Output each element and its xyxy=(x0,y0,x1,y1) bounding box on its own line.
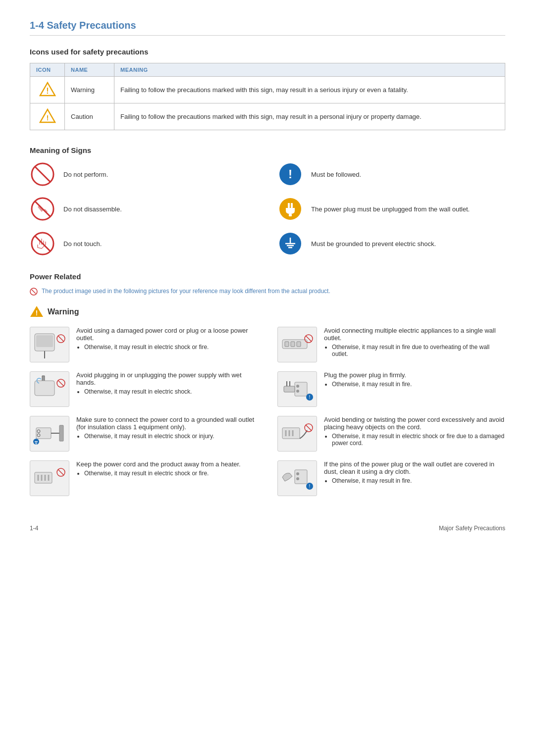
notice-text: The product image used in the following … xyxy=(30,288,505,296)
damaged-cord-svg xyxy=(32,329,67,361)
warning-content-plug-firmly: Plug the power plug in firmly. Otherwise… xyxy=(324,371,505,389)
warning-main-text: Avoid plugging in or unplugging the powe… xyxy=(76,371,258,386)
warning-triangle-icon: ! xyxy=(39,82,56,97)
warning-main-text: Avoid connecting multiple electric appli… xyxy=(324,327,505,342)
svg-rect-59 xyxy=(284,386,295,392)
col-meaning: MEANING xyxy=(114,63,505,77)
svg-rect-14 xyxy=(289,214,292,216)
dust-image: ! xyxy=(277,460,317,496)
warning-content-damaged-cord: Avoid using a damaged power cord or plug… xyxy=(76,327,258,352)
dust-svg: ! xyxy=(280,462,315,495)
sign-item-no-touch: Do not touch. xyxy=(30,231,258,256)
svg-point-72 xyxy=(296,477,299,480)
plug-firmly-image: ! xyxy=(277,371,317,407)
svg-text:!: ! xyxy=(36,309,38,317)
col-icon: ICON xyxy=(30,63,65,77)
svg-line-33 xyxy=(58,380,64,386)
warning-name: Warning xyxy=(65,77,114,103)
warning-item-wet-hands: Avoid plugging in or unplugging the powe… xyxy=(30,371,258,407)
svg-rect-12 xyxy=(288,203,290,208)
ground-icon xyxy=(277,231,303,256)
warning-bullets: Otherwise, it may result in electric sho… xyxy=(84,433,258,440)
warning-content-wet-hands: Avoid plugging in or unplugging the powe… xyxy=(76,371,258,396)
power-related-section: Power Related The product image used in … xyxy=(30,272,505,505)
svg-rect-13 xyxy=(291,203,293,208)
warning-bullet: Otherwise, it may result in electric sho… xyxy=(84,433,258,440)
svg-rect-64 xyxy=(282,428,300,439)
warning-bullets: Otherwise, it may result in fire. xyxy=(332,381,505,388)
warning-bullet: Otherwise, it may result in electric sho… xyxy=(84,388,258,395)
svg-line-16 xyxy=(35,236,51,252)
warning-bullets: Otherwise, it may result in electric sho… xyxy=(84,470,258,477)
warning-content-bending: Avoid bending or twisting the power cord… xyxy=(324,416,505,448)
sign-text-unplug: The power plug must be unplugged from th… xyxy=(311,205,470,213)
notice-icon xyxy=(30,288,38,296)
svg-point-57 xyxy=(296,385,299,388)
warning-bullet: Otherwise, it may result in electric sho… xyxy=(84,344,258,351)
svg-rect-51 xyxy=(285,342,289,347)
wet-hands-svg xyxy=(32,373,67,405)
icons-table: ICON NAME MEANING ! Warning Failing to f… xyxy=(30,63,505,130)
svg-line-30 xyxy=(58,336,64,342)
warning-content-dust: If the pins of the power plug or the wal… xyxy=(324,460,505,485)
sign-item-no-perform: Do not perform. xyxy=(30,161,258,187)
warning-main-text: Keep the power cord and the product away… xyxy=(76,460,258,468)
warning-main-text: If the pins of the power plug or the wal… xyxy=(324,460,505,475)
warning-content-grounded: Make sure to connect the power cord to a… xyxy=(76,416,258,441)
sign-item-ground: Must be grounded to prevent electric sho… xyxy=(277,231,505,256)
icons-section-title: Icons used for safety precautions xyxy=(30,48,505,56)
sign-text-must-follow: Must be followed. xyxy=(311,171,361,178)
sign-text-ground: Must be grounded to prevent electric sho… xyxy=(311,240,436,248)
svg-text:!: ! xyxy=(46,87,49,95)
notice-message: The product image used in the following … xyxy=(42,288,330,295)
power-section-title: Power Related xyxy=(30,272,505,281)
signs-section-title: Meaning of Signs xyxy=(30,146,505,154)
warning-item-grounded: Make sure to connect the power cord to a… xyxy=(30,416,258,452)
warning-grid: Avoid using a damaged power cord or plug… xyxy=(30,327,505,505)
svg-rect-31 xyxy=(35,381,54,396)
warning-bullets: Otherwise, it may result in fire. xyxy=(332,477,505,484)
sign-text-no-touch: Do not touch. xyxy=(63,240,102,248)
heater-svg xyxy=(32,462,67,495)
warning-bullets: Otherwise, it may result in electric sho… xyxy=(84,344,258,351)
caution-name: Caution xyxy=(65,103,114,130)
warning-bullet: Otherwise, it may result in fire. xyxy=(332,381,505,388)
footer-page-number: 1-4 xyxy=(30,525,38,532)
svg-text:!: ! xyxy=(46,114,49,122)
warning-bullet: Otherwise, it may result in electric sho… xyxy=(84,470,258,477)
unplug-icon xyxy=(277,196,303,222)
multiple-appliances-svg xyxy=(280,329,315,361)
svg-rect-27 xyxy=(36,335,53,347)
sign-item-unplug: The power plug must be unplugged from th… xyxy=(277,196,505,222)
svg-rect-70 xyxy=(295,470,307,484)
svg-rect-52 xyxy=(291,342,295,347)
warning-content-multiple: Avoid connecting multiple electric appli… xyxy=(324,327,505,358)
icons-section: Icons used for safety precautions ICON N… xyxy=(30,48,505,130)
warning-heading: ! Warning xyxy=(30,305,505,318)
svg-line-23 xyxy=(32,290,36,294)
warning-bullet: Otherwise, it may result in electric sho… xyxy=(332,433,505,447)
warning-left-col: Avoid using a damaged power cord or plug… xyxy=(30,327,258,505)
sign-text-no-perform: Do not perform. xyxy=(63,171,108,178)
svg-point-58 xyxy=(296,390,299,393)
must-follow-icon: ! xyxy=(277,161,303,187)
svg-line-5 xyxy=(35,166,51,182)
warning-item-damaged-cord: Avoid using a damaged power cord or plug… xyxy=(30,327,258,362)
caution-triangle-icon: ! xyxy=(39,108,56,123)
no-perform-icon xyxy=(30,161,55,187)
table-row: ! Caution Failing to follow the precauti… xyxy=(30,103,505,130)
warning-main-text: Avoid using a damaged power cord or plug… xyxy=(76,327,258,342)
sign-item-must-follow: ! Must be followed. xyxy=(277,161,505,187)
warning-item-bending-cord: Avoid bending or twisting the power cord… xyxy=(277,416,505,452)
meaning-of-signs-section: Meaning of Signs Do not perform. ! Must … xyxy=(30,146,505,256)
signs-grid: Do not perform. ! Must be followed. Do n… xyxy=(30,161,505,256)
svg-rect-53 xyxy=(297,342,301,347)
svg-point-71 xyxy=(296,472,299,475)
warning-meaning: Failing to follow the precautions marked… xyxy=(114,77,505,103)
grounded-image xyxy=(30,416,69,452)
warning-main-text: Plug the power plug in firmly. xyxy=(324,371,505,379)
sign-text-no-disassemble: Do not disassemble. xyxy=(63,205,122,213)
col-name: NAME xyxy=(65,63,114,77)
warning-right-col: Avoid connecting multiple electric appli… xyxy=(277,327,505,505)
no-touch-icon xyxy=(30,231,55,256)
